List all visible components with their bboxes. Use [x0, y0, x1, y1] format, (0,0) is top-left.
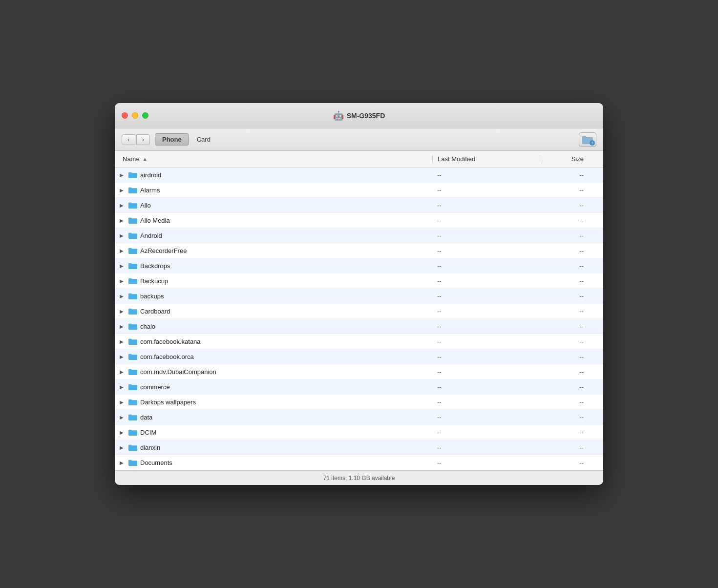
svg-rect-39	[128, 354, 132, 356]
row-name-cell: ▶ Darkops wallpapers	[115, 399, 432, 406]
row-modified-cell: --	[432, 277, 540, 285]
table-row[interactable]: ▶ com.mdv.DubaiCompanion -- --	[115, 364, 603, 379]
row-modified-cell: --	[432, 399, 540, 406]
table-row[interactable]: ▶ dianxin -- --	[115, 440, 603, 455]
svg-rect-21	[128, 218, 132, 219]
row-size-cell: --	[540, 414, 603, 421]
close-button[interactable]	[122, 112, 128, 119]
table-row[interactable]: ▶ com.facebook.katana -- --	[115, 334, 603, 349]
expand-arrow-icon: ▶	[120, 354, 126, 359]
expand-arrow-icon: ▶	[120, 294, 126, 299]
folder-icon	[128, 399, 137, 405]
row-modified-cell: --	[432, 459, 540, 466]
row-name-cell: ▶ com.facebook.katana	[115, 338, 432, 345]
file-list: ▶ airdroid -- -- ▶ Alarms -- --	[115, 168, 603, 470]
titlebar: 🤖 SM-G935FD	[115, 103, 603, 128]
row-name-cell: ▶ Backdrops	[115, 262, 432, 270]
row-size-cell: --	[540, 232, 603, 239]
row-size-cell: --	[540, 368, 603, 376]
main-window: 🤖 SM-G935FD ‹ › Phone Card +	[115, 103, 603, 485]
modified-column-header[interactable]: Last Modified	[432, 155, 540, 163]
row-modified-cell: --	[432, 323, 540, 330]
row-size-cell: --	[540, 308, 603, 315]
table-row[interactable]: ▶ commerce -- --	[115, 379, 603, 395]
expand-arrow-icon: ▶	[120, 415, 126, 420]
status-bar: 71 items, 1.10 GB available	[115, 470, 603, 485]
table-row[interactable]: ▶ Alarms -- --	[115, 183, 603, 198]
expand-arrow-icon: ▶	[120, 369, 126, 375]
expand-arrow-icon: ▶	[120, 203, 126, 208]
row-size-cell: --	[540, 353, 603, 360]
back-arrow-icon: ‹	[127, 136, 129, 143]
folder-icon	[128, 277, 137, 284]
row-modified-cell: --	[432, 262, 540, 270]
file-name: commerce	[140, 383, 170, 391]
svg-rect-23	[128, 233, 132, 234]
folder-icon	[128, 368, 137, 375]
expand-arrow-icon: ▶	[120, 399, 126, 405]
nav-buttons: ‹ ›	[122, 134, 150, 145]
card-tab[interactable]: Card	[194, 134, 213, 145]
expand-arrow-icon: ▶	[120, 384, 126, 390]
plus-badge: +	[590, 140, 595, 146]
folder-icon	[128, 247, 137, 254]
row-size-cell: --	[540, 459, 603, 466]
folder-icon	[128, 232, 137, 239]
minimize-button[interactable]	[132, 112, 138, 119]
table-row[interactable]: ▶ Backdrops -- --	[115, 258, 603, 273]
file-name: Allo	[140, 202, 151, 209]
table-row[interactable]: ▶ Cardboard -- --	[115, 304, 603, 319]
table-row[interactable]: ▶ DCIM -- --	[115, 425, 603, 440]
table-row[interactable]: ▶ chalo -- --	[115, 319, 603, 334]
row-modified-cell: --	[432, 353, 540, 360]
row-name-cell: ▶ commerce	[115, 383, 432, 391]
expand-arrow-icon: ▶	[120, 233, 126, 238]
expand-arrow-icon: ▶	[120, 278, 126, 284]
table-row[interactable]: ▶ airdroid -- --	[115, 168, 603, 183]
row-modified-cell: --	[432, 171, 540, 179]
row-size-cell: --	[540, 323, 603, 330]
file-name: Documents	[140, 459, 172, 466]
row-name-cell: ▶ Documents	[115, 459, 432, 466]
table-row[interactable]: ▶ Darkops wallpapers -- --	[115, 395, 603, 410]
folder-icon	[128, 187, 137, 193]
table-row[interactable]: ▶ Allo -- --	[115, 198, 603, 213]
maximize-button[interactable]	[142, 112, 148, 119]
row-name-cell: ▶ AzRecorderFree	[115, 247, 432, 254]
table-row[interactable]: ▶ Backucup -- --	[115, 273, 603, 289]
phone-tab[interactable]: Phone	[155, 133, 189, 146]
back-button[interactable]: ‹	[122, 134, 135, 145]
table-row[interactable]: ▶ Allo Media -- --	[115, 213, 603, 228]
table-row[interactable]: ▶ Documents -- --	[115, 455, 603, 470]
size-column-header[interactable]: Size	[540, 155, 603, 163]
row-name-cell: ▶ com.mdv.DubaiCompanion	[115, 368, 432, 376]
row-modified-cell: --	[432, 429, 540, 436]
row-name-cell: ▶ com.facebook.orca	[115, 353, 432, 360]
window-title: 🤖 SM-G935FD	[333, 110, 385, 121]
table-row[interactable]: ▶ data -- --	[115, 410, 603, 425]
expand-arrow-icon: ▶	[120, 339, 126, 344]
table-row[interactable]: ▶ Android -- --	[115, 228, 603, 243]
file-name: Backdrops	[140, 262, 170, 270]
svg-rect-51	[128, 445, 132, 446]
row-size-cell: --	[540, 383, 603, 391]
row-name-cell: ▶ data	[115, 414, 432, 421]
svg-rect-15	[128, 172, 132, 174]
table-row[interactable]: ▶ backups -- --	[115, 289, 603, 304]
row-name-cell: ▶ Backucup	[115, 277, 432, 285]
svg-rect-17	[128, 188, 132, 189]
row-size-cell: --	[540, 293, 603, 300]
forward-button[interactable]: ›	[136, 134, 150, 145]
name-column-header[interactable]: Name ▲	[115, 155, 432, 163]
file-name: com.facebook.orca	[140, 353, 194, 360]
row-modified-cell: --	[432, 217, 540, 224]
folder-icon	[128, 429, 137, 436]
new-folder-button[interactable]: +	[579, 132, 596, 147]
svg-rect-35	[128, 324, 132, 325]
row-modified-cell: --	[432, 444, 540, 451]
status-text: 71 items, 1.10 GB available	[323, 475, 395, 482]
table-row[interactable]: ▶ com.facebook.orca -- --	[115, 349, 603, 364]
table-row[interactable]: ▶ AzRecorderFree -- --	[115, 243, 603, 258]
folder-icon	[128, 171, 137, 178]
svg-rect-29	[128, 278, 132, 280]
